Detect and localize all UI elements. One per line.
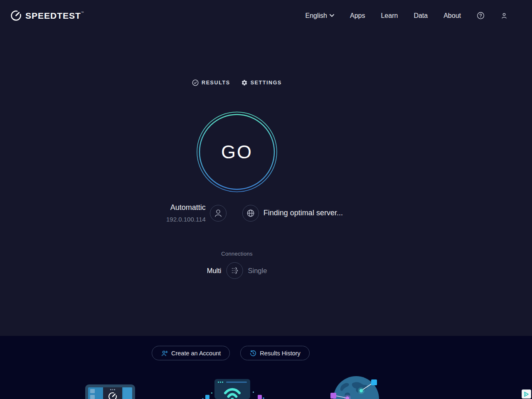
logo-text: SPEEDTEST™ [25,11,84,21]
go-button[interactable]: GO [197,111,278,192]
browser-top-bar [214,379,250,383]
account-button[interactable] [500,12,508,20]
tab-results[interactable]: RESULTS [192,79,230,86]
check-circle-icon [192,79,199,86]
create-account-button[interactable]: Create an Account [152,346,230,360]
browser-address-bar [226,382,247,383]
main-area: RESULTS SETTINGS GO [0,31,532,336]
nav-item-apps[interactable]: Apps [350,12,365,20]
trademark-symbol: ™ [81,11,84,14]
header: SPEEDTEST™ English Apps Learn Data About [0,0,532,31]
mini-gauge-icon [108,392,117,399]
user-plus-icon [161,350,168,357]
multi-option[interactable]: Multi [207,267,222,275]
window-dots [110,389,115,390]
monitor-screen [88,387,132,399]
question-circle-icon [477,12,485,20]
connections-label: Connections [221,251,253,257]
top-nav: English Apps Learn Data About [305,12,508,20]
single-option[interactable]: Single [248,267,267,275]
speedtest-gauge-icon [10,10,22,21]
illustration-web-wifi [200,379,266,399]
illustration-desktop-app [85,384,135,399]
chevron-down-icon [330,14,334,17]
server-status: Finding optimal server... [264,209,343,217]
monitor-right-strip [123,387,132,399]
monitor-sidebar [90,389,95,399]
create-account-label: Create an Account [171,350,221,357]
footer-buttons: Create an Account Results History [152,346,310,360]
go-label: GO [197,111,278,192]
browser-panel [214,379,250,399]
connection-mode-toggle[interactable] [226,262,243,279]
history-clock-icon [249,350,257,357]
wifi-icon [214,385,250,399]
nav-item-data[interactable]: Data [414,12,428,20]
results-history-label: Results History [260,350,300,357]
tab-settings-label: SETTINGS [251,80,282,86]
language-label: English [305,12,327,20]
view-tabs: RESULTS SETTINGS [192,79,282,86]
monitor-app-panel [103,387,122,399]
isp-text: Automattic 192.0.100.114 [166,204,206,223]
connections-row: Multi Single [207,262,267,279]
deco-square-blue [205,395,209,399]
isp-ip-address: 192.0.100.114 [166,216,206,223]
isp-name: Automattic [166,204,206,212]
isp-group: Automattic 192.0.100.114 [166,204,227,223]
speedtest-logo[interactable]: SPEEDTEST™ [10,10,84,21]
deco-dot [253,392,254,393]
deco-dot [263,397,264,399]
server-selector[interactable]: Finding optimal server... [242,205,343,222]
browser-dots [218,382,223,383]
results-history-button[interactable]: Results History [240,346,310,360]
language-selector[interactable]: English [305,12,334,20]
user-icon [500,12,508,20]
tab-settings[interactable]: SETTINGS [241,79,282,86]
deco-square-purple [258,395,262,399]
multi-arrows-icon [227,262,242,279]
nav-item-about[interactable]: About [443,12,461,20]
help-button[interactable] [477,12,485,20]
adchoices-icon [523,391,530,397]
connections-toggle: Connections Multi Single [207,251,267,279]
nav-item-learn[interactable]: Learn [381,12,398,20]
globe-icon [242,205,259,222]
illustration-global-servers [330,375,384,399]
connection-info: Automattic 192.0.100.114 Finding optimal… [166,204,343,223]
tab-results-label: RESULTS [202,80,230,86]
footer: Create an Account Results History [0,336,532,399]
gear-icon [241,79,248,86]
monitor-frame [85,384,135,399]
deco-dot [211,392,212,394]
adchoices-button[interactable] [522,389,531,399]
isp-user-icon [210,205,227,222]
